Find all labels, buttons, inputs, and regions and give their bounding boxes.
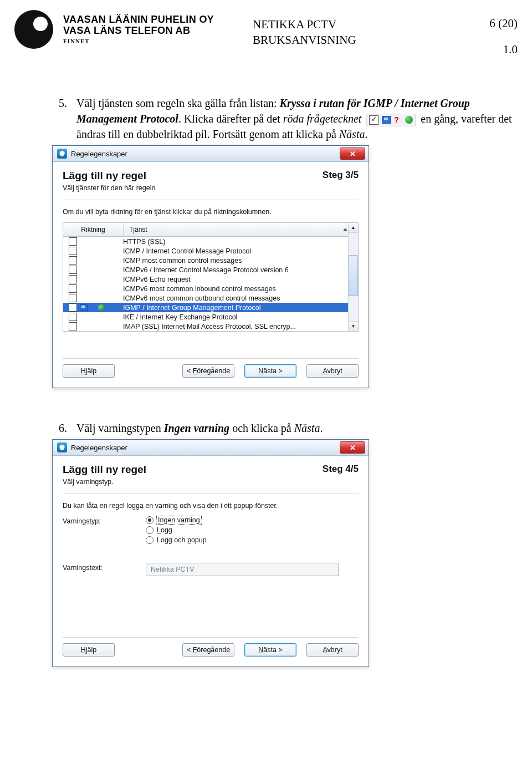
app-icon <box>57 442 67 452</box>
direction-cell[interactable] <box>63 284 123 293</box>
service-name: IKE / Internet Key Exchange Protocol <box>123 313 358 321</box>
divider <box>63 200 359 200</box>
service-row[interactable]: ICMP / Internet Control Message Protocol <box>63 246 358 256</box>
row-warning-type: Varningstyp: Ingen varningLoggLogg och p… <box>63 516 359 544</box>
direction-cell[interactable] <box>63 247 123 255</box>
dialog-heading: Lägg till ny regel <box>63 464 146 475</box>
close-button[interactable]: ✕ <box>340 147 365 160</box>
service-checkbox[interactable] <box>69 237 77 246</box>
dialog-heading: Lägg till ny regel <box>63 170 146 181</box>
service-row[interactable]: ICMP most common control messages <box>63 256 358 265</box>
doc-version: 1.0 <box>451 43 518 57</box>
service-row[interactable]: ICMPv6 most common inbound control messa… <box>63 284 358 293</box>
direction-cell[interactable] <box>63 294 123 302</box>
next-button[interactable]: Nästa > <box>244 643 296 657</box>
service-row[interactable]: IMAP (SSL) Internet Mail Access Protocol… <box>63 322 358 331</box>
step6-number: 6. <box>59 420 76 436</box>
service-checkbox[interactable] <box>69 284 77 293</box>
question-icon: ? <box>394 116 402 124</box>
direction-cell[interactable] <box>63 322 123 330</box>
cancel-button[interactable]: Avbryt <box>306 364 359 378</box>
close-icon: ✕ <box>350 150 356 158</box>
doc-title-line2: BRUKSANVISNING <box>253 32 451 48</box>
logo-block: VAASAN LÄÄNIN PUHELIN OY VASA LÄNS TELEF… <box>14 10 253 49</box>
service-name: ICMP / Internet Control Message Protocol <box>123 247 358 255</box>
service-row[interactable]: ICMPv6 Echo request <box>63 274 358 284</box>
close-button[interactable]: ✕ <box>340 441 365 454</box>
step5-number: 5. <box>59 95 76 142</box>
doc-title-line1: NETIKKA PCTV <box>253 17 451 32</box>
cancel-button[interactable]: Avbryt <box>306 643 359 657</box>
radio-option[interactable]: Ingen varning <box>146 516 207 524</box>
service-row[interactable]: HTTPS (SSL) <box>63 237 358 246</box>
radio-dot[interactable] <box>146 516 154 524</box>
col-direction[interactable]: Riktning <box>63 223 124 236</box>
row-warning-text: Varningstext: Netikka PCTV <box>63 563 359 576</box>
company-line1: VAASAN LÄÄNIN PUHELIN OY <box>63 14 214 26</box>
direction-cell[interactable] <box>63 275 123 283</box>
radio-dot[interactable] <box>146 536 154 544</box>
divider <box>63 637 359 638</box>
help-button[interactable]: Hjälp <box>63 364 115 378</box>
scroll-thumb[interactable] <box>349 255 358 296</box>
grid-header[interactable]: Riktning Tjänst <box>63 223 358 237</box>
close-icon: ✕ <box>350 444 356 452</box>
scrollbar[interactable]: ▲ ▼ <box>348 223 358 331</box>
services-grid: Riktning Tjänst HTTPS (SSL)ICMP / Intern… <box>63 222 359 332</box>
direction-cell[interactable]: ✓⇔ <box>63 303 123 312</box>
checkbox-icon: ✓ <box>369 115 378 125</box>
service-checkbox[interactable] <box>69 313 77 321</box>
service-checkbox[interactable] <box>69 294 77 302</box>
service-checkbox[interactable] <box>69 247 77 255</box>
service-name: IGMP / Internet Group Management Protoco… <box>123 304 358 312</box>
service-checkbox[interactable] <box>69 322 77 330</box>
host-icon <box>382 116 391 124</box>
next-button[interactable]: Nästa > <box>244 364 296 378</box>
dialog-subtitle: Välj varningstyp. <box>63 478 359 486</box>
direction-cell[interactable] <box>63 237 123 246</box>
back-button[interactable]: < Föregående <box>182 364 234 378</box>
titlebar[interactable]: Regelegenskaper ✕ <box>53 440 369 456</box>
logo-icon <box>14 10 53 49</box>
service-row[interactable]: IKE / Internet Key Exchange Protocol <box>63 312 358 322</box>
direction-cell[interactable] <box>63 256 123 264</box>
back-button[interactable]: < Föregående <box>182 643 234 657</box>
step5-italic-c: Nästa <box>339 128 365 140</box>
service-checkbox[interactable] <box>69 275 77 283</box>
dialog-note: Om du vill byta riktning för en tjänst k… <box>63 208 359 216</box>
bidirectional-arrow-icon: ⇔ <box>90 304 95 311</box>
doc-title: NETIKKA PCTV BRUKSANVISNING <box>253 10 451 48</box>
dialog-subtitle: Välj tjänster för den här regeln <box>63 184 359 192</box>
warning-text-input[interactable]: Netikka PCTV <box>146 563 339 576</box>
direction-cell[interactable] <box>63 313 123 321</box>
step-indicator: Steg 3/5 <box>323 170 359 181</box>
chevron-down-icon: ▼ <box>351 324 356 329</box>
titlebar[interactable]: Regelegenskaper ✕ <box>53 146 369 162</box>
scroll-up-button[interactable]: ▲ <box>349 223 358 233</box>
radio-group-warning-type: Ingen varningLoggLogg och popup <box>146 516 207 544</box>
inline-direction-icons: ✓ ? <box>366 114 416 126</box>
radio-option[interactable]: Logg och popup <box>146 536 207 544</box>
scroll-down-button[interactable]: ▼ <box>349 321 358 331</box>
globe-icon <box>405 116 413 124</box>
col-service[interactable]: Tjänst <box>124 223 358 236</box>
step-indicator: Steg 4/5 <box>323 464 359 475</box>
label-warning-text: Varningstext: <box>63 563 146 572</box>
service-checkbox[interactable]: ✓ <box>69 303 77 312</box>
service-row[interactable]: ICMPv6 / Internet Control Message Protoc… <box>63 265 358 274</box>
globe-icon <box>98 304 105 311</box>
service-name: ICMPv6 most common outbound control mess… <box>123 294 358 302</box>
divider <box>63 494 359 494</box>
dialog-note: Du kan låta en regel logga en varning oc… <box>63 502 359 510</box>
service-row[interactable]: ✓⇔IGMP / Internet Group Management Proto… <box>63 303 358 312</box>
radio-option[interactable]: Logg <box>146 526 207 534</box>
radio-dot[interactable] <box>146 526 154 534</box>
direction-cell[interactable] <box>63 266 123 274</box>
service-row[interactable]: ICMPv6 most common outbound control mess… <box>63 293 358 303</box>
radio-label: Logg <box>157 526 172 534</box>
service-checkbox[interactable] <box>69 266 77 274</box>
help-button[interactable]: Hjälp <box>63 643 115 657</box>
finnet-label: FINNET <box>63 38 214 44</box>
service-checkbox[interactable] <box>69 256 77 264</box>
col-service-label: Tjänst <box>129 226 147 233</box>
